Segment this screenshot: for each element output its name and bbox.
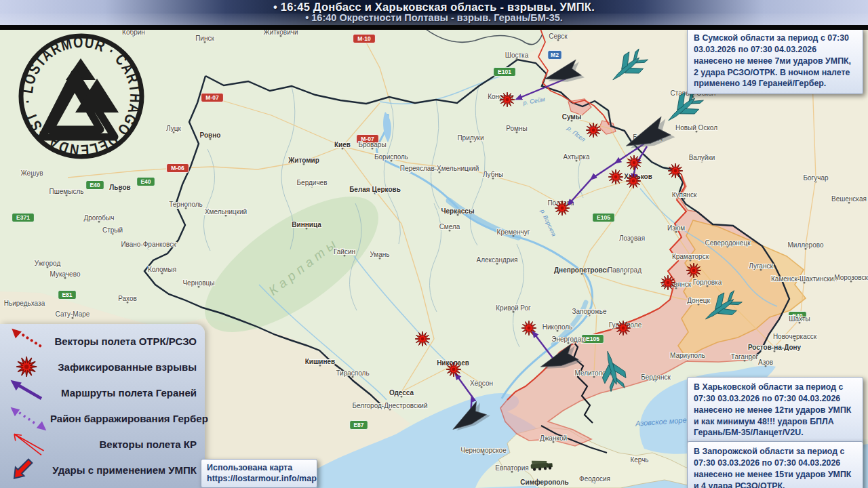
city-label: Шостка <box>505 52 529 59</box>
city-label: Черкассы <box>441 207 475 215</box>
city-label: Ростов-на-Дону <box>748 344 802 351</box>
umpk-legend-icon <box>5 456 50 483</box>
city-label: Житомир <box>288 157 319 164</box>
city-label: Винница <box>292 221 321 228</box>
city-label: Ивано-Франковск <box>121 241 176 248</box>
city-label: Херсон <box>470 380 493 387</box>
city-label: Борисполь <box>374 153 408 161</box>
city-label: Дрогобыч <box>83 214 114 222</box>
info-box-sumy: В Сумской области за период с 07:30 03.0… <box>687 28 863 94</box>
otrk-legend-icon <box>5 327 50 354</box>
city-label: Бровары <box>358 141 386 148</box>
road-badge-label: E105 <box>586 336 599 342</box>
city-label: Коломыя <box>148 266 176 273</box>
city-label: Джанкой <box>540 434 567 442</box>
city-label: Черноморское <box>460 447 507 454</box>
city-label: Новочеркасск <box>773 333 817 340</box>
city-label: Луганск <box>749 262 773 270</box>
city-label: Евпатория <box>495 464 528 472</box>
city-label: Луцк <box>166 125 181 132</box>
city-label: Харьков <box>624 173 652 180</box>
city-label: Никополь <box>542 323 573 331</box>
legend-label: Удары с применением УМПК <box>50 464 199 476</box>
city-label: Рахов <box>118 295 137 302</box>
city-label: Энергодар <box>551 336 585 343</box>
city-label: Умань <box>370 251 389 258</box>
city-label: Белая Церковь <box>349 186 401 193</box>
city-label: Тирасполь <box>336 369 369 377</box>
info-box-kharkiv: В Харьковской области за период с 07:30 … <box>687 377 863 443</box>
city-label: Кривой Рог <box>496 304 531 312</box>
city-label: Львов <box>109 184 130 191</box>
city-label: Пинск <box>195 35 214 42</box>
road-badge-label: E101 <box>498 68 511 75</box>
city-label: Мукачево <box>50 270 81 278</box>
legend-row: Маршруты полета Гераней <box>0 380 205 405</box>
legend-items: Векторы полета ОТРК/РСЗОЗафиксированные … <box>0 328 205 483</box>
city-label: Керчь <box>630 456 648 464</box>
city-label: Купянск <box>672 191 697 199</box>
city-label: Бердичев <box>297 179 328 186</box>
city-label: Новый Оскол <box>675 124 717 131</box>
city-label: Лубны <box>483 171 503 178</box>
city-label: Киев <box>334 141 351 148</box>
lostarmour-stamp: · LOSTARMOUR · CARTHAGO DELENDA EST <box>15 30 148 163</box>
road-badge-label: E40 <box>90 182 100 188</box>
city-label: Ньиредьхаза <box>4 300 45 307</box>
road-badge-label: М-06 <box>171 165 184 171</box>
city-label: Днепропетровск <box>554 266 610 274</box>
city-label: Шахты <box>789 315 810 323</box>
legend-row: Район барражирования Гербер <box>0 405 205 431</box>
attribution-url: https://lostarmour.info/map <box>207 473 311 484</box>
city-label: Азов <box>758 359 773 366</box>
city-label: Ахтырка <box>563 153 589 161</box>
map-attribution: Использована карта https://lostarmour.in… <box>201 459 317 488</box>
city-label: Сумы <box>562 113 582 121</box>
map-legend: Векторы полета ОТРК/РСЗОЗафиксированные … <box>0 324 205 488</box>
legend-label: Зафиксированные взрывы <box>50 361 199 373</box>
legend-label: Район барражирования Гербер <box>50 413 211 424</box>
city-label: Кременчуг <box>497 228 530 236</box>
city-label: Феодосия <box>579 475 610 483</box>
city-label: Донецк <box>687 297 710 304</box>
city-label: Одесса <box>389 389 414 396</box>
road-badge-label: E40 <box>140 178 151 185</box>
city-label: Ровно <box>200 131 221 139</box>
city-label: Бердянск <box>641 373 671 381</box>
legend-label: Векторы полета КР <box>50 439 199 450</box>
city-label: Миллерово <box>787 241 823 249</box>
city-label: Таганрог <box>731 353 759 361</box>
city-label: Стрый <box>102 226 123 234</box>
city-label: Валуйки <box>689 154 715 161</box>
ticker-line-2: • 16:40 Окрестности Полтавы - взрыв. Гер… <box>0 12 868 23</box>
city-label: Черновцы <box>182 279 214 287</box>
stamp-monogram <box>42 58 119 137</box>
city-label: Белгород-Днестровский <box>353 402 428 409</box>
city-label: Жешув <box>20 169 43 177</box>
road-badge-label: E81 <box>62 291 72 298</box>
road-badge-label: E87 <box>353 422 363 428</box>
legend-row: Удары с применением УМПК <box>0 457 205 483</box>
city-label: Александрия <box>476 256 517 264</box>
legend-label: Векторы полета ОТРК/РСЗО <box>50 336 199 347</box>
legend-row: Векторы полета ОТРК/РСЗО <box>0 328 205 354</box>
city-label: Краматорск <box>672 253 709 260</box>
city-label: Морозовск <box>834 274 868 281</box>
gerber-legend-icon <box>5 405 50 432</box>
road-badge-label: E105 <box>597 214 610 221</box>
legend-row: Зафиксированные взрывы <box>0 354 205 380</box>
city-label: Хмельницкий <box>205 208 247 216</box>
city-label: Мариуполь <box>670 352 705 359</box>
ticker-line-1: • 16:45 Донбасс и Харьковская область - … <box>0 0 868 14</box>
city-label: Павлоград <box>608 266 642 274</box>
map-frame-strip <box>0 25 868 30</box>
city-label: Кишинев <box>305 358 335 365</box>
event-ticker: • 16:45 Донбасс и Харьковская область - … <box>0 0 868 25</box>
info-box-zaporozhye: В Запорожской области за период с 07:30 … <box>687 441 863 488</box>
city-label: Сату-Маре <box>56 310 90 318</box>
city-label: Прилуки <box>457 134 484 142</box>
city-label: Богучар <box>803 174 829 182</box>
road-badge-label: М-10 <box>357 35 371 42</box>
road-badge-label: М2 <box>551 52 559 58</box>
road-badge-label: E371 <box>16 214 30 221</box>
